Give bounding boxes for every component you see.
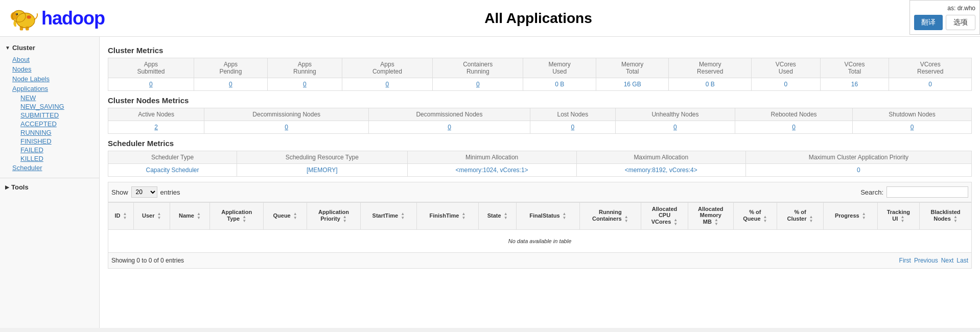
name-sort-icon: ▲▼ <box>197 212 201 220</box>
sidebar-item-failed[interactable]: FAILED <box>15 146 94 154</box>
val-minimum-allocation: <memory:1024, vCores:1> <box>407 164 576 177</box>
col-decommissioning-nodes: Decommissioning Nodes <box>204 108 369 121</box>
pagination-last[interactable]: Last <box>956 257 968 264</box>
showing-info: Showing 0 to 0 of 0 entries <box>111 257 184 264</box>
col-decommissioned-nodes: Decommissioned Nodes <box>369 108 530 121</box>
cluster-arrow-icon: ▼ <box>5 45 10 51</box>
col-state[interactable]: State ▲▼ <box>479 203 517 230</box>
blacklisted-sort-icon: ▲▼ <box>953 215 958 223</box>
header-buttons: 翻译 选项 <box>914 15 975 30</box>
sidebar-item-about[interactable]: About <box>5 55 94 64</box>
sidebar-item-nodes[interactable]: Nodes <box>5 64 94 74</box>
tools-toggle[interactable]: ▶ Tools <box>5 183 94 191</box>
logo-area: hadoop <box>8 4 105 32</box>
col-application-priority[interactable]: ApplicationPriority ▲▼ <box>307 203 361 230</box>
pagination-previous[interactable]: Previous <box>914 257 938 264</box>
cluster-nodes-title: Cluster Nodes Metrics <box>108 96 972 105</box>
sidebar-item-accepted[interactable]: ACCEPTED <box>15 120 94 128</box>
val-apps-submitted: 0 <box>108 78 194 91</box>
sidebar-item-node-labels[interactable]: Node Labels <box>5 74 94 84</box>
sidebar-item-scheduler[interactable]: Scheduler <box>5 163 94 173</box>
page-title: All Applications <box>105 10 972 27</box>
col-id[interactable]: ID ▲▼ <box>108 203 134 230</box>
col-allocated-memory-mb[interactable]: AllocatedMemoryMB ▲▼ <box>688 203 733 230</box>
col-final-status[interactable]: FinalStatus ▲▼ <box>517 203 579 230</box>
sidebar-app-sub: NEW NEW_SAVING SUBMITTED ACCEPTED RUNNIN… <box>5 93 94 163</box>
col-scheduler-type: Scheduler Type <box>108 151 237 164</box>
scheduler-metrics-data-row: Capacity Scheduler [MEMORY] <memory:1024… <box>108 164 972 177</box>
starttime-sort-icon: ▲▼ <box>401 212 405 220</box>
pctcluster-sort-icon: ▲▼ <box>809 215 813 223</box>
col-apps-running: AppsRunning <box>268 58 342 78</box>
col-name[interactable]: Name ▲▼ <box>170 203 210 230</box>
options-button[interactable]: 选项 <box>946 15 975 30</box>
col-pct-queue[interactable]: % ofQueue ▲▼ <box>733 203 777 230</box>
col-application-type[interactable]: ApplicationType ▲▼ <box>210 203 264 230</box>
table-footer: Showing 0 to 0 of 0 entries First Previo… <box>108 253 972 269</box>
logo-text: hadoop <box>41 8 105 29</box>
col-unhealthy-nodes: Unhealthy Nodes <box>615 108 735 121</box>
val-active-nodes: 2 <box>108 121 204 134</box>
layout: ▼ Cluster About Nodes Node Labels Applic… <box>0 37 980 328</box>
sidebar-item-submitted[interactable]: SUBMITTED <box>15 111 94 120</box>
entries-label: entries <box>160 188 180 196</box>
val-apps-completed: 0 <box>342 78 432 91</box>
val-rebooted-nodes: 0 <box>735 121 853 134</box>
col-apps-submitted: AppsSubmitted <box>108 58 194 78</box>
apppriority-sort-icon: ▲▼ <box>343 215 347 223</box>
col-queue[interactable]: Queue ▲▼ <box>263 203 307 230</box>
sidebar-item-applications[interactable]: Applications <box>5 84 94 93</box>
val-vcores-used: 0 <box>751 78 820 91</box>
tools-label: Tools <box>11 183 29 191</box>
col-apps-completed: AppsCompleted <box>342 58 432 78</box>
header: hadoop All Applications as: dr.who 翻译 选项 <box>0 0 980 37</box>
svg-point-7 <box>27 15 31 19</box>
cluster-nodes-header-row: Active Nodes Decommissioning Nodes Decom… <box>108 108 972 121</box>
col-start-time[interactable]: StartTime ▲▼ <box>360 203 416 230</box>
cluster-toggle[interactable]: ▼ Cluster <box>5 44 94 52</box>
allocatedcpu-sort-icon: ▲▼ <box>673 218 678 226</box>
entries-select[interactable]: 10 20 25 50 100 <box>131 186 157 198</box>
val-unhealthy-nodes: 0 <box>615 121 735 134</box>
val-memory-used: 0 B <box>523 78 596 91</box>
col-memory-total: MemoryTotal <box>596 58 669 78</box>
search-input[interactable] <box>886 186 968 198</box>
applications-table: ID ▲▼ User ▲▼ Name ▲▼ ApplicationType ▲▼… <box>108 202 972 253</box>
col-minimum-allocation: Minimum Allocation <box>407 151 576 164</box>
cluster-metrics-table: AppsSubmitted AppsPending AppsRunning Ap… <box>108 58 972 91</box>
sidebar-item-new[interactable]: NEW <box>15 93 94 102</box>
col-memory-used: MemoryUsed <box>523 58 596 78</box>
col-allocated-cpu-vcores[interactable]: AllocatedCPUVCores ▲▼ <box>641 203 688 230</box>
col-apps-pending: AppsPending <box>194 58 267 78</box>
sidebar-item-new-saving[interactable]: NEW_SAVING <box>15 102 94 111</box>
val-decommissioning-nodes: 0 <box>204 121 369 134</box>
sidebar-item-running[interactable]: RUNNING <box>15 128 94 137</box>
col-running-containers[interactable]: RunningContainers ▲▼ <box>579 203 641 230</box>
sidebar-item-finished[interactable]: FINISHED <box>15 137 94 146</box>
col-progress[interactable]: Progress ▲▼ <box>823 203 877 230</box>
val-memory-reserved: 0 B <box>669 78 752 91</box>
val-apps-running: 0 <box>268 78 342 91</box>
show-entries-left: Show 10 20 25 50 100 entries <box>111 186 180 198</box>
cluster-label: Cluster <box>12 44 35 52</box>
translate-button[interactable]: 翻译 <box>914 15 943 30</box>
sidebar-item-killed[interactable]: KILLED <box>15 154 94 163</box>
col-vcores-reserved: VCoresReserved <box>889 58 972 78</box>
col-pct-cluster[interactable]: % ofCluster ▲▼ <box>777 203 824 230</box>
pagination-first[interactable]: First <box>899 257 911 264</box>
show-label: Show <box>111 188 128 196</box>
allocatedmem-sort-icon: ▲▼ <box>714 218 718 226</box>
col-user[interactable]: User ▲▼ <box>134 203 170 230</box>
col-active-nodes: Active Nodes <box>108 108 204 121</box>
user-sort-icon: ▲▼ <box>157 212 161 220</box>
val-memory-total: 16 GB <box>596 78 669 91</box>
hadoop-logo-elephant <box>8 4 41 32</box>
col-finish-time[interactable]: FinishTime ▲▼ <box>416 203 478 230</box>
col-blacklisted-nodes[interactable]: BlacklistedNodes ▲▼ <box>920 203 972 230</box>
val-scheduler-type: Capacity Scheduler <box>108 164 237 177</box>
cluster-metrics-title: Cluster Metrics <box>108 46 972 55</box>
col-tracking-ui[interactable]: TrackingUI ▲▼ <box>877 203 919 230</box>
finalstatus-sort-icon: ▲▼ <box>563 212 567 220</box>
col-vcores-total: VCoresTotal <box>820 58 889 78</box>
pagination-next[interactable]: Next <box>941 257 954 264</box>
